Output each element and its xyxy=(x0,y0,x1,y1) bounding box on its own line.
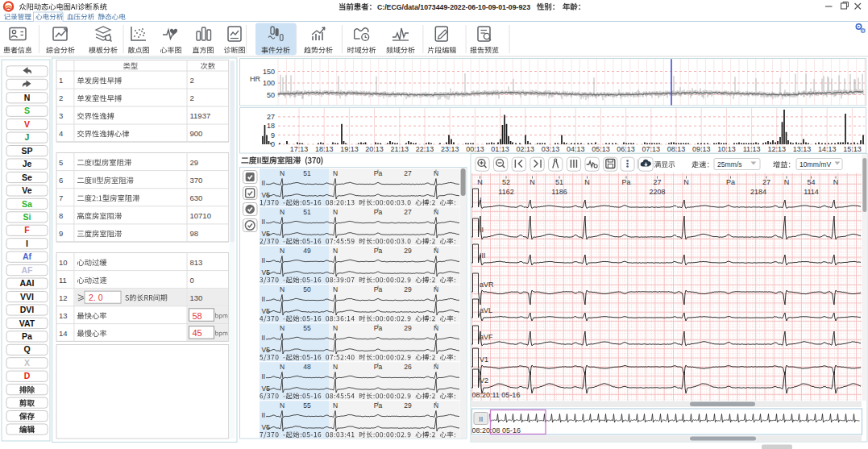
svg-text:AAI: AAI xyxy=(19,278,34,288)
svg-text:06:13: 06:13 xyxy=(617,145,635,153)
svg-text:03:13: 03:13 xyxy=(542,145,560,153)
svg-text:Af: Af xyxy=(23,252,32,261)
svg-text:10710: 10710 xyxy=(190,211,211,220)
svg-text:III: III xyxy=(480,252,486,260)
svg-text:15:13: 15:13 xyxy=(843,145,862,153)
svg-text:V1: V1 xyxy=(480,355,488,364)
svg-text:02:13: 02:13 xyxy=(517,145,535,153)
svg-text:aVF: aVF xyxy=(480,333,493,341)
svg-text:08:20:08 05-16: 08:20:08 05-16 xyxy=(472,426,521,434)
svg-text:18: 18 xyxy=(267,122,275,130)
svg-text:2: 2 xyxy=(190,94,194,102)
svg-text:21:13: 21:13 xyxy=(391,145,409,153)
svg-text:29: 29 xyxy=(404,401,412,410)
svg-text:9: 9 xyxy=(59,229,63,238)
svg-text:900: 900 xyxy=(190,129,203,138)
svg-text:1114: 1114 xyxy=(804,188,819,196)
svg-text:V5: V5 xyxy=(262,191,271,199)
svg-text:07:13: 07:13 xyxy=(642,145,661,153)
svg-text:II: II xyxy=(480,226,484,234)
svg-text:2208: 2208 xyxy=(649,188,665,196)
svg-text:55: 55 xyxy=(303,401,311,410)
svg-text:N: N xyxy=(333,363,338,371)
svg-text:0: 0 xyxy=(190,276,194,285)
svg-text:2: 2 xyxy=(59,94,63,102)
svg-text:04:13: 04:13 xyxy=(567,145,585,153)
svg-text:18:13: 18:13 xyxy=(315,145,334,153)
svg-text:08:13: 08:13 xyxy=(667,145,686,153)
svg-text:II: II xyxy=(262,411,266,419)
svg-text:7: 7 xyxy=(59,193,63,202)
svg-text:27: 27 xyxy=(653,178,661,186)
svg-text:Ve: Ve xyxy=(22,185,31,195)
svg-text:Si: Si xyxy=(23,212,31,222)
svg-text:N: N xyxy=(333,324,338,332)
svg-text:09:13: 09:13 xyxy=(692,145,711,153)
svg-text:3: 3 xyxy=(59,111,63,120)
svg-text:V5: V5 xyxy=(262,230,271,238)
svg-text:51: 51 xyxy=(555,178,563,186)
svg-text:6: 6 xyxy=(59,176,63,185)
svg-text:630: 630 xyxy=(190,193,203,202)
svg-text:V: V xyxy=(24,119,30,129)
svg-text:51: 51 xyxy=(303,208,311,216)
svg-text:14:13: 14:13 xyxy=(818,145,837,153)
svg-text:29: 29 xyxy=(404,324,412,332)
svg-text:49: 49 xyxy=(303,247,311,255)
svg-text:N: N xyxy=(683,178,689,186)
svg-text:58: 58 xyxy=(193,311,202,321)
svg-text:N: N xyxy=(530,178,535,186)
svg-text:C:/ECG/data/1073449-2022-06-10: C:/ECG/data/1073449-2022-06-10-09-01-09-… xyxy=(377,3,530,11)
svg-text:DVI: DVI xyxy=(20,305,35,314)
svg-text:N: N xyxy=(280,324,284,332)
svg-text:II: II xyxy=(262,218,266,226)
svg-text:370: 370 xyxy=(190,176,203,185)
svg-text:8: 8 xyxy=(59,211,63,220)
svg-text:4: 4 xyxy=(59,129,63,138)
svg-text:Sa: Sa xyxy=(22,199,32,209)
svg-text:25mm/s: 25mm/s xyxy=(717,160,742,168)
svg-text:I: I xyxy=(480,196,482,204)
svg-text:V5: V5 xyxy=(262,307,271,315)
svg-text:D: D xyxy=(24,371,31,380)
svg-text:Pa: Pa xyxy=(726,178,735,186)
svg-text:N: N xyxy=(280,363,284,371)
svg-text:1162: 1162 xyxy=(498,188,513,196)
svg-text:N: N xyxy=(24,93,31,102)
svg-text:26: 26 xyxy=(404,363,412,371)
svg-text:12: 12 xyxy=(59,293,68,302)
svg-text:N: N xyxy=(584,178,590,186)
svg-text:00:13: 00:13 xyxy=(466,145,484,153)
svg-text:100: 100 xyxy=(263,79,275,87)
svg-text:N: N xyxy=(784,178,790,186)
svg-text:SP: SP xyxy=(21,146,32,156)
svg-text:27: 27 xyxy=(267,113,275,121)
svg-text:01:13: 01:13 xyxy=(491,145,509,153)
svg-text:17:13: 17:13 xyxy=(290,145,309,153)
svg-text:813: 813 xyxy=(190,258,203,267)
svg-text:45: 45 xyxy=(193,328,202,338)
svg-text:10: 10 xyxy=(59,258,68,267)
svg-text:5: 5 xyxy=(59,158,63,167)
svg-text:AF: AF xyxy=(22,265,34,275)
svg-text:13: 13 xyxy=(59,311,68,320)
svg-text:48: 48 xyxy=(303,363,311,371)
svg-text:N: N xyxy=(280,247,284,255)
svg-text:V2: V2 xyxy=(480,376,488,385)
svg-text:51: 51 xyxy=(303,169,311,177)
svg-text:N: N xyxy=(333,401,338,410)
svg-text:Se: Se xyxy=(22,173,32,182)
svg-text:11:13: 11:13 xyxy=(743,145,761,153)
svg-text:F: F xyxy=(24,225,30,235)
svg-text:Je: Je xyxy=(23,159,32,168)
svg-text:14: 14 xyxy=(59,329,68,338)
svg-text:II: II xyxy=(262,334,266,342)
svg-text:VVI: VVI xyxy=(20,292,34,301)
svg-text:V5: V5 xyxy=(262,346,271,354)
svg-text:22:13: 22:13 xyxy=(416,145,434,153)
svg-text:08:20:11 05-16: 08:20:11 05-16 xyxy=(472,391,521,399)
svg-text:150: 150 xyxy=(263,68,275,76)
svg-text:J: J xyxy=(25,132,30,142)
svg-text:S: S xyxy=(24,106,30,115)
svg-text:11: 11 xyxy=(59,276,67,285)
